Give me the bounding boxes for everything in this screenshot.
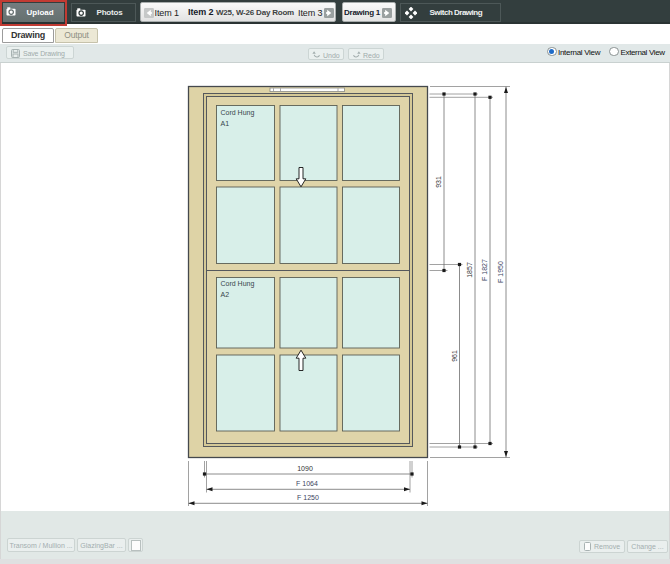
svg-text:Cord Hung: Cord Hung [221,109,255,117]
svg-text:931: 931 [435,176,442,188]
svg-text:1857: 1857 [466,262,473,278]
svg-text:F 1950: F 1950 [497,261,504,283]
svg-text:Cord Hung: Cord Hung [221,280,255,288]
svg-text:F 1827: F 1827 [481,259,488,281]
svg-text:1090: 1090 [297,465,313,472]
svg-text:A2: A2 [221,291,230,298]
svg-text:F 1064: F 1064 [296,480,318,487]
svg-text:A1: A1 [221,120,230,127]
svg-text:961: 961 [451,350,458,362]
svg-text:F 1250: F 1250 [297,494,319,501]
